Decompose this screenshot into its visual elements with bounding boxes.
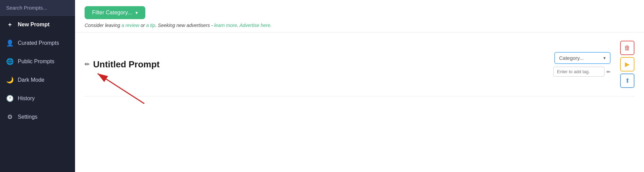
sidebar-item-curated-prompts[interactable]: 👤 Curated Prompts	[0, 34, 75, 52]
sidebar-item-label: Curated Prompts	[18, 40, 59, 47]
prompt-title[interactable]: Untitled Prompt	[93, 59, 160, 70]
chevron-down-icon: ▾	[603, 55, 606, 61]
main-content: Filter Category... ▾ Consider leaving a …	[75, 0, 644, 172]
sidebar-item-label: Public Prompts	[18, 58, 55, 65]
sidebar-item-public-prompts[interactable]: 🌐 Public Prompts	[0, 52, 75, 71]
play-button[interactable]: ▶	[620, 57, 634, 71]
ad-text: Consider leaving a review or a tip. Seek…	[85, 23, 634, 28]
sidebar-item-new-prompt[interactable]: + New Prompt	[0, 16, 75, 34]
delete-button[interactable]: 🗑	[620, 41, 634, 55]
sidebar-item-settings[interactable]: ⚙ Settings	[0, 108, 75, 126]
top-bar: Filter Category... ▾ Consider leaving a …	[75, 0, 644, 32]
tag-input[interactable]	[553, 67, 604, 77]
edit-icon[interactable]: ✏	[85, 61, 90, 68]
share-icon: ⬆	[625, 77, 630, 84]
sidebar-item-dark-mode[interactable]: 🌙 Dark Mode	[0, 71, 75, 89]
tag-input-row: ✏	[553, 67, 611, 77]
sidebar-item-history[interactable]: 🕐 History	[0, 89, 75, 108]
prompt-row: ✏ Untitled Prompt	[85, 32, 634, 96]
review-link[interactable]: a review	[121, 23, 139, 28]
advertise-link[interactable]: Advertise here.	[239, 23, 272, 28]
trash-icon: 🗑	[624, 44, 630, 52]
filter-category-button[interactable]: Filter Category... ▾	[85, 6, 145, 19]
moon-icon: 🌙	[6, 76, 14, 84]
prompt-controls: Category... ▾ ✏	[553, 52, 611, 77]
svg-line-1	[98, 74, 144, 104]
gear-icon: ⚙	[6, 113, 14, 121]
prompt-title-area: ✏ Untitled Prompt	[85, 59, 548, 70]
user-icon: 👤	[6, 39, 14, 47]
tip-link[interactable]: a tip	[146, 23, 155, 28]
sidebar-item-label: New Prompt	[18, 21, 49, 28]
sidebar-item-label: Dark Mode	[18, 77, 44, 84]
play-icon: ▶	[625, 61, 630, 68]
category-select-wrapper[interactable]: Category... ▾	[554, 52, 611, 64]
plus-icon: +	[6, 21, 14, 28]
sidebar: Search Prompts... + New Prompt 👤 Curated…	[0, 0, 75, 172]
prompt-list: ✏ Untitled Prompt	[75, 32, 644, 96]
search-prompts-button[interactable]: Search Prompts...	[0, 0, 75, 16]
action-buttons: 🗑 ▶ ⬆	[620, 41, 634, 88]
learn-more-link[interactable]: learn more	[214, 23, 237, 28]
sidebar-item-label: Settings	[18, 114, 38, 121]
arrow-annotation	[91, 69, 146, 108]
sidebar-item-label: History	[18, 95, 35, 102]
chevron-down-icon: ▾	[135, 10, 138, 15]
tag-edit-icon[interactable]: ✏	[606, 69, 611, 75]
clock-icon: 🕐	[6, 95, 14, 102]
share-button[interactable]: ⬆	[620, 74, 634, 88]
globe-icon: 🌐	[6, 58, 14, 65]
